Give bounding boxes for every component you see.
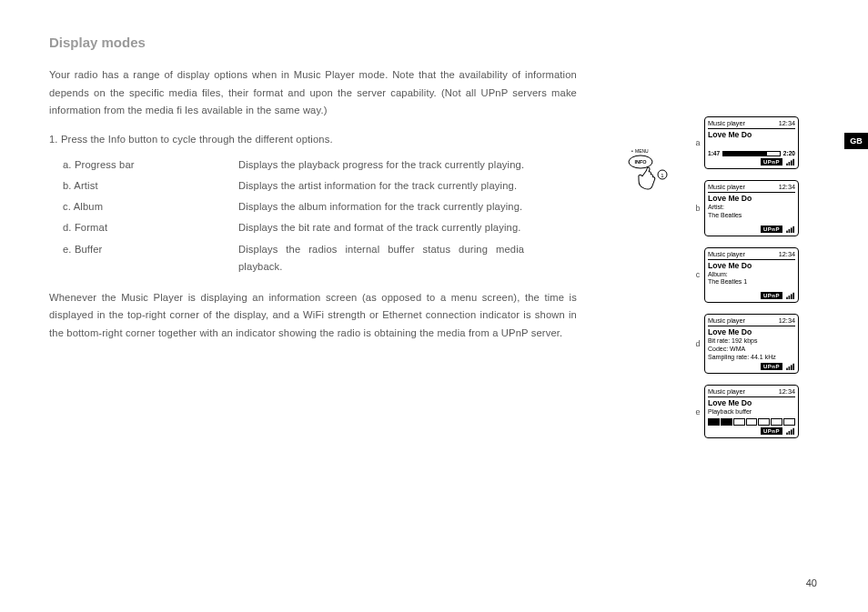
svg-rect-20 [791, 429, 792, 435]
sampling-line: Sampling rate: 44.1 kHz [708, 354, 795, 362]
row-label: a [691, 138, 704, 147]
option-desc-line2: playback. [238, 258, 524, 276]
svg-rect-18 [786, 433, 788, 435]
option-desc: Displays the artist information for the … [237, 176, 533, 196]
svg-rect-15 [789, 366, 791, 370]
page-number: 40 [806, 577, 817, 588]
svg-rect-16 [791, 366, 792, 371]
artist-value: The Beatles [708, 212, 795, 220]
option-desc: Displays the bit rate and format of the … [237, 218, 533, 237]
locale-tab: GB [844, 133, 868, 149]
buffer-segment [733, 418, 745, 426]
option-row: b. Artist Displays the artist informatio… [62, 176, 533, 196]
option-label: b. Artist [62, 176, 236, 196]
wifi-icon [786, 158, 795, 166]
row-label: e [691, 407, 704, 416]
upnp-badge: UPnP [761, 226, 782, 233]
buffer-segment [783, 418, 795, 426]
svg-rect-11 [789, 296, 791, 299]
option-label: d. Format [62, 218, 236, 237]
info-button-figure: • MENU INFO 1 [626, 145, 684, 204]
option-desc: Displays the radios internal buffer stat… [237, 240, 533, 276]
svg-rect-21 [792, 428, 794, 435]
row-label: d [691, 339, 704, 348]
footer-paragraph: Whenever the Music Player is displaying … [49, 289, 577, 343]
buffer-label: Playback buffer [708, 408, 795, 416]
option-desc: Displays the album information for the t… [237, 197, 533, 216]
codec-line: Codec: WMA [708, 346, 795, 354]
option-row: c. Album Displays the album information … [62, 197, 533, 216]
track-title: Love Me Do [708, 327, 795, 336]
intro-paragraph: Your radio has a range of display option… [49, 66, 577, 120]
artist-label: Artist: [708, 204, 795, 212]
track-title: Love Me Do [708, 261, 795, 270]
option-desc-line1: Displays the radios internal buffer stat… [238, 241, 524, 258]
device-screen: Music player 12:34 Love Me Do Playback b… [704, 385, 799, 438]
option-label: e. Buffer [62, 240, 236, 276]
device-screen: Music player 12:34 Love Me Do Artist: Th… [704, 180, 799, 236]
screen-mode: Music player [708, 387, 745, 396]
screen-time: 12:34 [779, 119, 795, 127]
buffer-segment [746, 418, 758, 426]
manual-page: Display modes Your radio has a range of … [0, 0, 868, 612]
hand-icon [635, 166, 658, 191]
elapsed-time: 1:47 [708, 150, 720, 156]
screen-row-c: c Music player 12:34 Love Me Do Album: T… [691, 247, 804, 304]
total-time: 2:20 [783, 150, 795, 156]
info-label: INFO [634, 159, 647, 165]
svg-rect-17 [792, 364, 794, 370]
screen-time: 12:34 [779, 250, 795, 258]
wifi-icon [786, 292, 795, 299]
progress-fill [723, 152, 767, 156]
buffer-segment [771, 418, 782, 426]
upnp-badge: UPnP [761, 427, 782, 435]
screen-mode: Music player [708, 119, 745, 127]
menu-label-text: MENU [635, 148, 649, 154]
option-row: d. Format Displays the bit rate and form… [62, 218, 533, 237]
svg-rect-2 [786, 164, 788, 166]
svg-rect-19 [789, 431, 791, 435]
buffer-segment [721, 418, 732, 426]
screen-time: 12:34 [779, 387, 795, 396]
screen-mode: Music player [708, 183, 745, 191]
svg-rect-5 [792, 159, 794, 166]
svg-rect-10 [786, 297, 788, 299]
screen-row-e: e Music player 12:34 Love Me Do Playback… [691, 385, 804, 438]
screen-mode: Music player [708, 316, 745, 325]
screen-time: 12:34 [779, 183, 795, 191]
body-column: Your radio has a range of display option… [49, 66, 577, 342]
svg-rect-4 [791, 160, 792, 166]
screen-row-a: a Music player 12:34 Love Me Do 1:47 2:2… [691, 116, 804, 169]
svg-rect-12 [791, 294, 792, 299]
step-1: 1. Press the Info button to cycle throug… [49, 131, 577, 149]
svg-rect-8 [791, 227, 792, 233]
upnp-badge: UPnP [761, 363, 782, 370]
bitrate-line: Bit rate: 192 kbps [708, 337, 795, 346]
buffer-segment [708, 418, 720, 426]
track-title: Love Me Do [708, 398, 795, 407]
options-list: a. Progress bar Displays the playback pr… [60, 154, 535, 277]
svg-rect-3 [789, 162, 791, 166]
row-label: b [691, 204, 704, 213]
screens-column: a Music player 12:34 Love Me Do 1:47 2:2… [691, 116, 804, 449]
option-label: a. Progress bar [62, 156, 236, 175]
track-title: Love Me Do [708, 130, 795, 139]
page-heading: Display modes [49, 35, 819, 50]
svg-rect-14 [786, 368, 788, 370]
option-row: a. Progress bar Displays the playback pr… [62, 156, 533, 175]
album-value: The Beatles 1 [708, 278, 795, 286]
buffer-bar [708, 418, 795, 426]
wifi-icon [786, 427, 795, 435]
screen-row-b: b Music player 12:34 Love Me Do Artist: … [691, 180, 804, 236]
upnp-badge: UPnP [761, 158, 782, 166]
device-screen: Music player 12:34 Love Me Do Bit rate: … [704, 314, 799, 374]
option-label: c. Album [62, 197, 236, 216]
svg-rect-6 [786, 230, 788, 232]
album-label: Album: [708, 271, 795, 279]
menu-label: • [631, 148, 633, 154]
option-row: e. Buffer Displays the radios internal b… [62, 240, 533, 276]
option-desc: Displays the playback progress for the t… [237, 156, 533, 175]
progress-bar [722, 151, 781, 156]
buffer-segment [758, 418, 770, 426]
svg-rect-9 [792, 226, 794, 232]
